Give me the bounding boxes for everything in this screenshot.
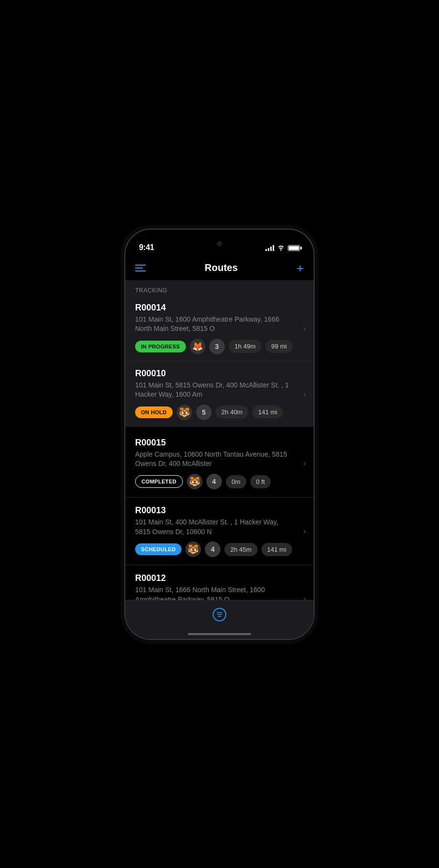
menu-line-1 [135,265,146,266]
camera-dot [217,241,222,246]
signal-bar-4 [273,245,274,251]
header: Routes + [125,256,314,280]
chevron-icon: › [303,459,306,468]
tracking-label: TRACKING [125,280,314,296]
signal-bar-1 [265,249,267,251]
menu-line-2 [135,268,143,269]
duration-pill: 0m [226,475,246,488]
route-item-r00010[interactable]: R00010 101 Main St, 5815 Owens Dr, 400 M… [125,362,314,427]
main-content: Routes + TRACKING R00014 101 Main St, 16… [125,256,314,639]
route-meta: ON HOLD 🐯 5 2h 40m 141 mi [135,405,304,420]
tracking-section: TRACKING R00014 101 Main St, 1600 Amphit… [125,280,314,427]
avatar: 🐯 [185,541,201,557]
duration-pill: 2h 40m [216,405,248,419]
route-address: 101 Main St, 5815 Owens Dr, 400 McAllist… [135,381,304,400]
stop-count: 4 [205,541,220,557]
power-button[interactable] [314,293,315,328]
distance-pill: 99 mi [265,340,293,353]
status-time: 9:41 [139,243,154,252]
route-address: Apple Campus, 10600 North Tantau Avenue,… [135,450,304,469]
status-badge: SCHEDULED [135,543,181,555]
home-indicator [188,633,251,635]
status-icons [265,245,300,252]
status-badge: ON HOLD [135,406,173,418]
add-route-button[interactable]: + [297,262,304,274]
avatar: 🦊 [190,339,205,354]
chevron-icon: › [303,390,306,399]
route-id: R00014 [135,303,304,313]
phone-frame: 9:41 [124,229,315,640]
status-badge: IN PROGRESS [135,341,186,352]
avatar: 🐯 [177,405,192,420]
route-meta: COMPLETED 🐯 4 0m 0 ft [135,474,304,489]
page-title: Routes [205,262,238,273]
battery-icon [288,245,300,251]
route-id: R00012 [135,573,304,583]
stop-count: 5 [196,405,212,420]
bottom-bar [125,600,314,639]
distance-pill: 0 ft [250,475,271,488]
battery-fill [289,246,299,250]
route-item-r00014[interactable]: R00014 101 Main St, 1600 Amphitheatre Pa… [125,296,314,362]
route-meta: IN PROGRESS 🦊 3 1h 49m 99 mi [135,339,304,354]
chevron-icon: › [303,527,306,536]
duration-pill: 2h 45m [224,543,257,556]
avatar: 🐯 [187,474,202,489]
wifi-icon [277,245,285,252]
menu-button[interactable] [135,265,146,271]
status-badge: COMPLETED [135,475,183,488]
menu-line-3 [135,270,146,271]
distance-pill: 141 mi [261,543,292,556]
filter-button[interactable] [213,608,226,621]
route-id: R00013 [135,505,304,516]
route-item-r00013[interactable]: R00013 101 Main St, 400 McAllister St. ,… [125,498,314,565]
dynamic-island [190,235,249,252]
duration-pill: 1h 49m [229,340,261,353]
signal-bar-3 [270,247,272,251]
route-item-r00015[interactable]: R00015 Apple Campus, 10600 North Tantau … [125,430,314,498]
route-meta: SCHEDULED 🐯 4 2h 45m 141 mi [135,541,304,557]
stop-count: 3 [209,339,225,354]
signal-bar-2 [268,248,269,251]
screen: 9:41 [125,230,314,639]
stop-count: 4 [206,474,222,489]
route-id: R00010 [135,368,304,379]
chevron-icon: › [303,324,306,333]
distance-pill: 141 mi [252,405,283,419]
route-id: R00015 [135,438,304,448]
signal-bars [265,245,274,251]
route-address: 101 Main St, 400 McAllister St. , 1 Hack… [135,518,304,537]
route-address: 101 Main St, 1600 Amphitheatre Parkway, … [135,315,304,334]
